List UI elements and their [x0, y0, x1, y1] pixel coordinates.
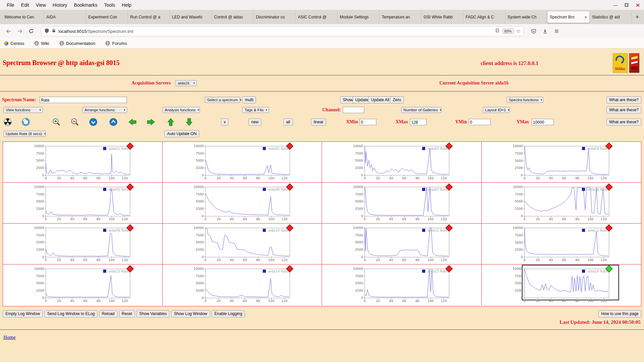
close-button[interactable]: ✕	[636, 3, 640, 8]
acquisition-server-select[interactable]: aida16▾	[175, 80, 197, 86]
view-functions-dropdown[interactable]: View functions▾	[3, 107, 43, 113]
spectrum-panel-aida03[interactable]: 025005000750010000020406080100120aida03 …	[322, 142, 482, 183]
browser-tab[interactable]: ASIC Control @	[296, 10, 337, 24]
arrange-functions-dropdown[interactable]: Arrange functions▾	[82, 107, 127, 113]
tags-fits-dropdown[interactable]: Tags & Fits▾	[242, 107, 269, 113]
update-all-button[interactable]: Update All	[368, 97, 392, 104]
browser-tab[interactable]: Experiment Con	[86, 10, 128, 24]
menu-view[interactable]: View	[33, 2, 49, 8]
menu-tools[interactable]: Tools	[101, 2, 118, 8]
what-are-these-button[interactable]: What are these?	[606, 119, 641, 126]
spectrum-panel-aida12[interactable]: 025005000750010000020406080100120aida12 …	[482, 224, 641, 264]
show-variables-button[interactable]: Show Variables	[137, 310, 170, 317]
xmin-input[interactable]	[360, 119, 376, 125]
arrow-right-icon[interactable]	[147, 118, 155, 126]
xmax-input[interactable]	[410, 119, 427, 125]
spectrum-panel-aida14[interactable]: 025005000750010000020406080100120aida14 …	[163, 264, 322, 305]
spectrum-panel-aida01[interactable]: 025005000750010000020406080100120aida01 …	[3, 142, 163, 183]
x-button[interactable]: x	[221, 119, 228, 126]
spectrum-panel-aida04[interactable]: 025005000750010000020406080100120aida04 …	[482, 142, 641, 183]
spectrum-name-input[interactable]	[40, 97, 127, 103]
spectrum-panel-aida02[interactable]: 025005000750010000020406080100120aida02 …	[163, 142, 322, 183]
spectrum-panel-aida08[interactable]: 025005000750010000020406080100120aida08 …	[482, 183, 641, 224]
spectrum-panel-aida11[interactable]: 025005000750010000020406080100120aida11 …	[322, 224, 482, 264]
reload-button[interactable]	[26, 26, 36, 36]
bookmark-forums[interactable]: Forums	[105, 41, 127, 46]
ymax-input[interactable]	[532, 119, 554, 125]
browser-tab[interactable]: Module Settings	[337, 10, 379, 24]
zoom-level-badge[interactable]: 80%	[502, 28, 514, 34]
browser-tab[interactable]: Welcome to Cen	[2, 10, 44, 24]
refresh-icon[interactable]	[21, 118, 30, 126]
new-button[interactable]: new	[249, 119, 261, 126]
send-log-window-to-elog-button[interactable]: Send Log Window to ELog	[44, 310, 97, 317]
browser-tab[interactable]: Discriminator co	[254, 10, 296, 24]
forward-button[interactable]	[15, 26, 25, 36]
menu-file[interactable]: File	[3, 2, 18, 8]
spectrum-panel-aida07[interactable]: 025005000750010000020406080100120aida07 …	[322, 183, 482, 224]
channel-input[interactable]	[343, 107, 364, 113]
menu-hamburger-icon[interactable]	[551, 26, 561, 36]
arrow-down-icon[interactable]	[185, 118, 194, 126]
browser-tab[interactable]: LED and Wavefo	[170, 10, 212, 24]
bookmark-centos[interactable]: Centos	[4, 41, 24, 46]
downloads-icon[interactable]	[540, 26, 550, 36]
auto-update-button[interactable]: Auto Update ON	[164, 130, 199, 137]
shield-icon[interactable]	[44, 28, 49, 35]
browser-tab[interactable]: Statistics @ aid	[590, 10, 632, 24]
what-are-these-button[interactable]: What are these?	[606, 97, 641, 104]
new-tab-button[interactable]: +	[632, 10, 643, 24]
menu-bookmarks[interactable]: Bookmarks	[70, 2, 101, 8]
browser-tab[interactable]: AIDA	[44, 10, 86, 24]
zero-button[interactable]: Zero	[390, 97, 404, 104]
spectra-functions-dropdown[interactable]: Spectra functions▾	[506, 97, 543, 103]
zoom-out-icon[interactable]	[70, 118, 79, 126]
spectrum-panel-aida15[interactable]: 025005000750010000020406080100120aida15 …	[322, 264, 482, 305]
how-to-use-button[interactable]: How to use this page	[598, 310, 641, 317]
linear-button[interactable]: linear	[311, 119, 326, 126]
browser-tab[interactable]: Control @ aidas	[212, 10, 254, 24]
analysis-functions-dropdown[interactable]: Analysis functions▾	[162, 107, 200, 113]
ymin-input[interactable]	[469, 119, 491, 125]
browser-tab[interactable]: FADC Align & C	[463, 10, 505, 24]
all-button[interactable]: all	[283, 119, 293, 126]
pocket-icon[interactable]	[529, 26, 539, 36]
spectrum-panel-aida16[interactable]: 025005000750010000020406080100120aida16 …	[482, 264, 641, 305]
enable-logging-button[interactable]: Enable Logging	[212, 310, 245, 317]
select-spectrum-dropdown[interactable]: Select a spectrum▾	[205, 97, 240, 103]
spectrum-panel-aida10[interactable]: 025005000750010000020406080100120aida10 …	[163, 224, 322, 264]
bookmark-documentation[interactable]: Documentation	[59, 41, 95, 46]
maximize-button[interactable]	[625, 3, 628, 7]
address-bar[interactable]: localhost:8015/Spectrum/Spectrum.tml 80%…	[41, 26, 524, 36]
bookmark-wiki[interactable]: Wiki	[34, 41, 49, 46]
radioactive-icon[interactable]	[3, 118, 12, 126]
show-log-window-button[interactable]: Show Log Window	[171, 310, 210, 317]
spectrum-panel-aida05[interactable]: 025005000750010000020406080100120aida05 …	[3, 183, 163, 224]
zoom-in-icon[interactable]	[52, 118, 61, 126]
reload-button[interactable]: Reload	[99, 310, 117, 317]
browser-tab-active[interactable]: Spectrum Bro×	[547, 11, 589, 23]
what-are-these-button[interactable]: What are these?	[606, 107, 641, 114]
home-link[interactable]: Home	[3, 335, 16, 340]
empty-log-window-button[interactable]: Empty Log Window	[3, 310, 43, 317]
browser-tab[interactable]: Run Control @ a	[128, 10, 170, 24]
number-of-galleries-dropdown[interactable]: Number of Galleries▾	[401, 107, 441, 113]
update-rate-dropdown[interactable]: Update Rate (8 secs)▾	[3, 131, 46, 137]
tab-close-icon[interactable]: ×	[584, 15, 587, 20]
menu-edit[interactable]: Edit	[18, 2, 33, 8]
multi-button[interactable]: multi	[242, 97, 256, 104]
circle-down-icon[interactable]	[89, 118, 98, 126]
arrow-up-icon[interactable]	[166, 118, 175, 126]
browser-tab[interactable]: Temperature an	[379, 10, 421, 24]
reader-mode-icon[interactable]	[495, 28, 500, 34]
spectrum-panel-aida06[interactable]: 025005000750010000020406080100120aida06 …	[163, 183, 322, 224]
bookmark-star-icon[interactable]: ☆	[516, 28, 521, 34]
menu-help[interactable]: Help	[118, 2, 135, 8]
arrow-left-icon[interactable]	[128, 118, 137, 126]
spectrum-panel-aida09[interactable]: 025005000750010000020406080100120aida09 …	[3, 224, 163, 264]
lock-icon[interactable]	[52, 28, 56, 34]
layout-id-dropdown[interactable]: Layout ID=1▾	[483, 107, 509, 113]
minimize-button[interactable]: —	[613, 3, 618, 7]
reset-button[interactable]: Reset	[119, 310, 135, 317]
browser-tab[interactable]: System wide Ch	[505, 10, 547, 24]
